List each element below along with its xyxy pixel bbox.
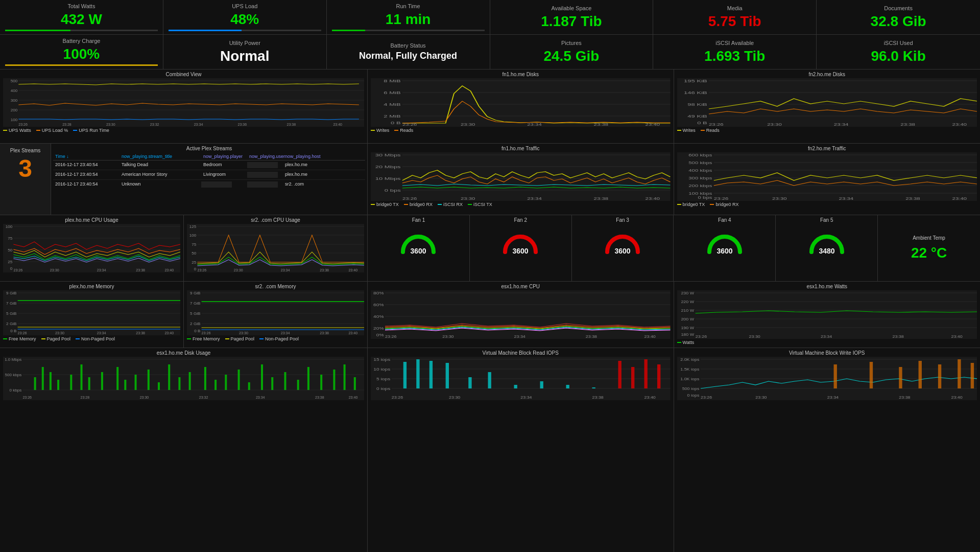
plex-cpu-panel: plex.ho.me CPU Usage 100 75 50 25 0 2 xyxy=(0,215,184,281)
fn1-traffic-chart: 30 Mbps 20 Mbps 10 Mbps 0 bps 23:26 23:3… xyxy=(371,152,671,201)
svg-text:49 KiB: 49 KiB xyxy=(687,114,707,119)
svg-text:5 GiB: 5 GiB xyxy=(190,311,200,316)
svg-rect-202 xyxy=(178,377,180,390)
svg-text:23:38: 23:38 xyxy=(594,122,609,126)
svg-rect-198 xyxy=(135,375,137,390)
esx1-watts-panel: esx1.ho.me Watts 230 W 220 W 210 W 200 W… xyxy=(674,282,981,348)
fn1-disks-title: fn1.ho.me Disks xyxy=(371,72,671,77)
col-stream-title: now_playing.stream_title xyxy=(119,154,201,159)
row2-time: 2016-12-17 23:40:54 xyxy=(53,172,119,178)
fan5-label: Fan 5 xyxy=(820,217,833,223)
vm-read-title: Virtual Machine Block Read IOPS xyxy=(371,350,671,356)
svg-text:23:38: 23:38 xyxy=(136,331,145,335)
svg-rect-234 xyxy=(403,362,407,388)
svg-rect-164 xyxy=(677,290,977,339)
svg-rect-194 xyxy=(88,377,90,390)
cpu-fan-row: plex.ho.me CPU Usage 100 75 50 25 0 2 xyxy=(0,215,980,282)
iscsi-used-value: 96.0 Kib xyxy=(871,48,925,64)
iscsi-available-value: 1.693 Tib xyxy=(704,48,765,64)
fn1-disks-legend: Writes Reads xyxy=(371,128,671,133)
fan4-gauge: 3600 xyxy=(704,224,745,260)
total-watts-cell: Total Watts 432 W xyxy=(0,0,163,34)
fn1-legend-reads: Reads xyxy=(394,128,413,133)
plex-mem-chart: 9 GiB 7 GiB 5 GiB 2 GiB 0 B 23:26 23:30 … xyxy=(3,290,180,335)
svg-rect-188 xyxy=(34,377,36,390)
total-watts-bar xyxy=(5,30,158,31)
esx1-cpu-panel: esx1.ho.me CPU 80% 60% 40% 20% 0% xyxy=(368,282,674,348)
svg-text:210 W: 210 W xyxy=(681,309,694,313)
fn1-disks-panel: fn1.ho.me Disks 8 MiB 6 MiB 4 MiB 2 MiB … xyxy=(368,70,674,143)
svg-text:23:40: 23:40 xyxy=(164,331,174,335)
svg-text:0: 0 xyxy=(194,267,197,271)
esx1-disk-title: esx1.ho.me Disk Usage xyxy=(3,350,364,356)
svg-rect-236 xyxy=(429,361,433,388)
svg-text:400 kbps: 400 kbps xyxy=(688,168,712,172)
svg-text:23:26: 23:26 xyxy=(709,122,724,126)
svg-rect-134 xyxy=(187,290,364,335)
plex-streams-label: Plex Streams xyxy=(10,148,40,153)
svg-text:23:30: 23:30 xyxy=(772,196,787,200)
plex-cpu-title: plex.ho.me CPU Usage xyxy=(3,217,180,223)
run-time-cell: Run Time 11 min xyxy=(327,0,490,34)
fn2-traffic-title: fn2.ho.me Traffic xyxy=(677,146,977,151)
run-time-bar xyxy=(332,30,485,31)
svg-text:50: 50 xyxy=(8,248,13,252)
col-time[interactable]: Time ↓ xyxy=(53,154,119,159)
utility-power-cell: Utility Power Normal xyxy=(163,35,327,69)
svg-text:500: 500 xyxy=(11,79,18,83)
svg-rect-241 xyxy=(540,381,543,388)
row2-player: Livingroom xyxy=(201,172,247,178)
svg-text:6 MiB: 6 MiB xyxy=(384,90,400,95)
svg-text:23:34: 23:34 xyxy=(194,123,203,126)
esx1-watts-chart: 230 W 220 W 210 W 200 W 190 W 180 W 23:2… xyxy=(677,290,977,339)
svg-text:23:32: 23:32 xyxy=(199,396,208,399)
svg-text:3600: 3600 xyxy=(513,247,529,255)
battery-charge-value: 100% xyxy=(63,46,100,62)
svg-text:23:38: 23:38 xyxy=(586,335,597,339)
svg-text:23:34: 23:34 xyxy=(820,335,832,339)
svg-text:23:26: 23:26 xyxy=(18,123,28,126)
sr2-mem-chart: 9 GiB 7 GiB 5 GiB 2 GiB 0 B 23:26 23:30 … xyxy=(187,290,364,335)
svg-text:23:30: 23:30 xyxy=(234,268,243,272)
svg-text:23:26: 23:26 xyxy=(402,196,417,200)
fan4-label: Fan 4 xyxy=(718,217,731,223)
run-time-value: 11 min xyxy=(386,11,431,28)
stats-row-1: Total Watts 432 W UPS Load 48% Run Time … xyxy=(0,0,980,35)
legend-ups-load: UPS Load % xyxy=(36,128,68,133)
documents-label: Documents xyxy=(884,5,913,11)
svg-rect-195 xyxy=(101,372,103,390)
svg-text:200: 200 xyxy=(11,108,18,112)
fn2-disks-title: fn2.ho.me Disks xyxy=(677,72,977,77)
svg-text:5 GiB: 5 GiB xyxy=(6,311,16,316)
active-streams-title: Active Plex Streams xyxy=(53,146,365,151)
svg-text:3600: 3600 xyxy=(716,247,732,255)
ups-load-cell: UPS Load 48% xyxy=(163,0,327,34)
svg-rect-119 xyxy=(3,290,180,335)
svg-text:23:38: 23:38 xyxy=(892,335,904,339)
svg-text:0 iops: 0 iops xyxy=(376,386,391,391)
svg-text:23:30: 23:30 xyxy=(461,196,475,200)
svg-text:23:30: 23:30 xyxy=(106,123,115,126)
media-label: Media xyxy=(727,5,743,11)
svg-text:15 iops: 15 iops xyxy=(373,357,390,362)
svg-text:0 B: 0 B xyxy=(697,121,707,125)
fan2-label: Fan 2 xyxy=(514,217,527,223)
total-watts-label: Total Watts xyxy=(67,3,95,9)
svg-text:23:30: 23:30 xyxy=(449,396,461,400)
svg-text:8 MiB: 8 MiB xyxy=(384,79,400,83)
svg-rect-149 xyxy=(371,290,671,339)
svg-text:23:38: 23:38 xyxy=(320,268,329,272)
svg-text:23:26: 23:26 xyxy=(18,331,27,335)
vm-write-panel: Virtual Machine Block Write IOPS 2.0K io… xyxy=(674,348,981,552)
combined-view-legend: UPS Watts UPS Load % UPS Run Time xyxy=(3,128,364,133)
svg-rect-209 xyxy=(261,364,263,390)
legend-dot-ups-runtime xyxy=(73,130,77,131)
svg-text:23:34: 23:34 xyxy=(514,335,526,339)
esx1-disk-panel: esx1.ho.me Disk Usage 1.0 Mbps 500 kbps … xyxy=(0,348,368,552)
pictures-value: 24.5 Gib xyxy=(543,48,599,64)
svg-text:30 Mbps: 30 Mbps xyxy=(375,153,401,157)
svg-text:23:32: 23:32 xyxy=(150,123,159,126)
svg-rect-235 xyxy=(416,359,419,388)
svg-text:23:40: 23:40 xyxy=(348,331,357,335)
svg-text:230 W: 230 W xyxy=(681,291,694,295)
